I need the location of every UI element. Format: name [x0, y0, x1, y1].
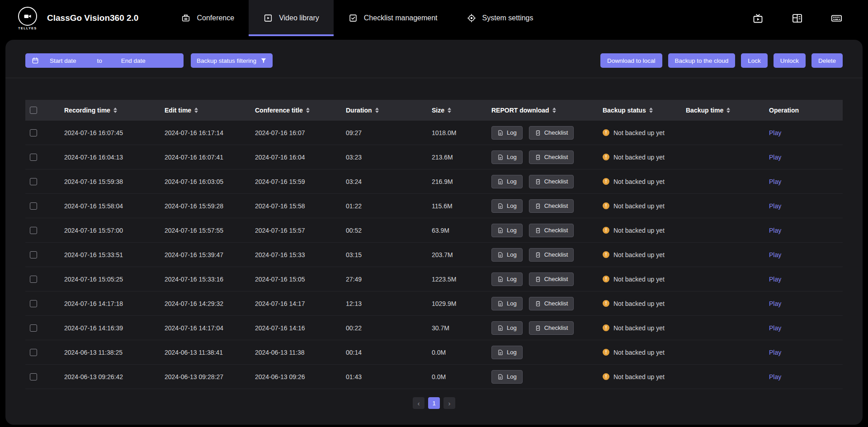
- row-checkbox[interactable]: [30, 202, 37, 210]
- warning-icon: !: [603, 276, 609, 282]
- media-device-icon[interactable]: [750, 10, 766, 26]
- warning-icon: !: [603, 154, 609, 160]
- backup-to-cloud-button[interactable]: Backup to the cloud: [668, 53, 736, 68]
- play-link[interactable]: Play: [769, 227, 781, 234]
- sort-icon: [194, 108, 198, 113]
- unlock-button[interactable]: Unlock: [774, 53, 806, 68]
- play-link[interactable]: Play: [769, 373, 781, 380]
- recording-time: 2024-07-16 15:59:38: [64, 178, 165, 185]
- edit-time: 2024-06-13 11:38:41: [165, 349, 255, 356]
- column-header[interactable]: REPORT download: [491, 107, 603, 114]
- log-download-button[interactable]: Log: [491, 370, 523, 384]
- settings-gear-icon: [467, 13, 476, 23]
- column-header[interactable]: Conference title: [255, 107, 346, 114]
- play-link[interactable]: Play: [769, 129, 781, 136]
- conference-icon: [181, 13, 191, 23]
- top-navigation-bar: TELLYES ClassGo Vision360 2.0 Conference…: [0, 0, 868, 36]
- tab-checklist-management[interactable]: Checklist management: [334, 0, 452, 36]
- backup-status-text: Not backed up yet: [613, 300, 665, 307]
- warning-icon: !: [603, 178, 609, 185]
- checklist-button-icon: [535, 203, 541, 209]
- column-header[interactable]: Size: [432, 107, 491, 114]
- log-icon: [497, 325, 504, 331]
- play-link[interactable]: Play: [769, 300, 781, 307]
- column-header[interactable]: Edit time: [165, 107, 255, 114]
- size: 30.7M: [432, 324, 491, 332]
- play-link[interactable]: Play: [769, 154, 781, 161]
- log-download-button[interactable]: Log: [491, 199, 523, 213]
- checklist-download-button[interactable]: Checklist: [529, 175, 574, 188]
- tab-conference[interactable]: Conference: [166, 0, 249, 36]
- checklist-download-button[interactable]: Checklist: [529, 126, 574, 140]
- start-date-field[interactable]: Start date: [50, 57, 76, 64]
- duration: 03:23: [346, 154, 432, 161]
- conference-title: 2024-07-16 16:04: [255, 154, 346, 161]
- next-page-icon[interactable]: ›: [443, 397, 455, 409]
- toolbar-actions: Download to local Backup to the cloud Lo…: [600, 53, 843, 68]
- row-checkbox[interactable]: [30, 251, 37, 258]
- backup-status-text: Not backed up yet: [613, 373, 665, 380]
- row-checkbox[interactable]: [30, 373, 37, 380]
- log-download-button[interactable]: Log: [491, 346, 523, 359]
- tab-label: Checklist management: [364, 14, 438, 22]
- conference-title: 2024-07-16 16:07: [255, 129, 346, 136]
- row-checkbox[interactable]: [30, 227, 37, 234]
- column-header[interactable]: Backup status: [603, 107, 686, 114]
- checklist-download-button[interactable]: Checklist: [529, 199, 574, 213]
- log-download-button[interactable]: Log: [491, 272, 523, 286]
- row-checkbox[interactable]: [30, 178, 37, 185]
- log-download-button[interactable]: Log: [491, 150, 523, 164]
- tab-video-library[interactable]: Video library: [249, 0, 334, 36]
- row-checkbox[interactable]: [30, 129, 37, 136]
- play-link[interactable]: Play: [769, 202, 781, 210]
- play-link[interactable]: Play: [769, 251, 781, 258]
- lock-button[interactable]: Lock: [741, 53, 768, 68]
- keyboard-icon[interactable]: [829, 10, 844, 26]
- row-checkbox[interactable]: [30, 324, 37, 332]
- checklist-download-button[interactable]: Checklist: [529, 248, 574, 262]
- column-header[interactable]: Backup time: [686, 107, 769, 114]
- checklist-download-button[interactable]: Checklist: [529, 224, 574, 237]
- row-checkbox[interactable]: [30, 300, 37, 307]
- date-range-picker[interactable]: Start date to End date: [25, 53, 184, 68]
- checklist-download-button[interactable]: Checklist: [529, 150, 574, 164]
- duration: 03:24: [346, 178, 432, 185]
- log-download-button[interactable]: Log: [491, 224, 523, 237]
- select-all-checkbox[interactable]: [30, 107, 37, 114]
- log-download-button[interactable]: Log: [491, 248, 523, 262]
- log-download-button[interactable]: Log: [491, 126, 523, 140]
- size: 1029.9M: [432, 300, 491, 307]
- checklist-download-button[interactable]: Checklist: [529, 321, 574, 335]
- video-library-icon: [263, 13, 273, 23]
- log-download-button[interactable]: Log: [491, 175, 523, 188]
- log-download-button[interactable]: Log: [491, 297, 523, 310]
- log-download-button[interactable]: Log: [491, 321, 523, 335]
- column-header[interactable]: Duration: [346, 107, 432, 114]
- row-checkbox[interactable]: [30, 154, 37, 161]
- recording-time: 2024-07-16 15:05:25: [64, 276, 165, 283]
- play-link[interactable]: Play: [769, 324, 781, 332]
- column-header[interactable]: Recording time: [64, 107, 165, 114]
- row-checkbox[interactable]: [30, 349, 37, 356]
- checklist-download-button[interactable]: Checklist: [529, 297, 574, 310]
- end-date-field[interactable]: End date: [121, 57, 146, 64]
- table-row: 2024-07-16 14:16:392024-07-16 14:17:0420…: [25, 316, 843, 340]
- sort-icon: [726, 108, 730, 113]
- checklist-download-button[interactable]: Checklist: [529, 272, 574, 286]
- backup-status-filter-button[interactable]: Backup status filtering: [191, 53, 273, 68]
- page-number-current[interactable]: 1: [428, 397, 440, 409]
- app-title: ClassGo Vision360 2.0: [47, 13, 138, 23]
- row-checkbox[interactable]: [30, 276, 37, 283]
- delete-button[interactable]: Delete: [811, 53, 843, 68]
- layout-split-icon[interactable]: [789, 10, 805, 26]
- tab-system-settings[interactable]: System settings: [452, 0, 548, 36]
- download-to-local-button[interactable]: Download to local: [600, 53, 662, 68]
- log-icon: [497, 374, 504, 380]
- prev-page-icon[interactable]: ‹: [413, 397, 425, 409]
- play-link[interactable]: Play: [769, 178, 781, 185]
- play-link[interactable]: Play: [769, 349, 781, 356]
- video-library-panel: Start date to End date Backup status fil…: [5, 40, 863, 425]
- play-link[interactable]: Play: [769, 276, 781, 283]
- size: 0.0M: [432, 349, 491, 356]
- sort-icon: [448, 108, 451, 113]
